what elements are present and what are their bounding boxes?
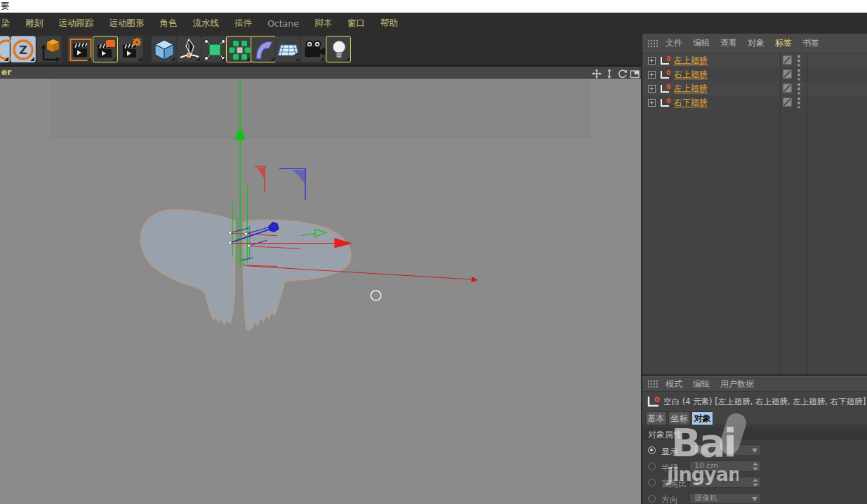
aspect-ratio-value: 1 <box>694 477 699 486</box>
spinner-icon[interactable] <box>753 463 758 471</box>
om-menu-view[interactable]: 查看 <box>720 37 737 49</box>
layer-icon[interactable] <box>783 55 792 65</box>
menu-mograph[interactable]: 运动图形 <box>110 18 145 29</box>
radius-radio[interactable] <box>648 463 656 470</box>
expand-icon[interactable] <box>648 71 656 79</box>
menu-pipeline[interactable]: 流水线 <box>193 18 220 29</box>
om-menu-tags[interactable]: 标签 <box>775 37 792 49</box>
am-menu-edit[interactable]: 编辑 <box>693 378 710 390</box>
object-label[interactable]: 右下翅膀 <box>674 97 708 109</box>
am-object-title: 空白 (4 元素) [左上翅膀, 右上翅膀, 左上翅膀, 右下翅膀] <box>663 397 866 407</box>
menu-character[interactable]: 角色 <box>160 18 178 29</box>
partial-tool-icon[interactable] <box>0 36 10 62</box>
visibility-dots-icon[interactable] <box>796 68 802 81</box>
orientation-radio[interactable] <box>648 495 656 503</box>
expand-icon[interactable] <box>648 57 656 65</box>
null-object-icon: 0 <box>658 55 672 66</box>
menu-plugins[interactable]: 插件 <box>234 18 252 29</box>
layer-icon[interactable] <box>783 69 792 79</box>
layer-icon[interactable] <box>783 84 792 93</box>
coordinates-icon[interactable] <box>37 36 62 62</box>
browser-title-strip: 要 <box>0 0 867 13</box>
object-label[interactable]: 左上翅膀 <box>674 55 708 67</box>
cage-cube-icon[interactable] <box>201 36 227 62</box>
column-divider <box>807 53 807 374</box>
display-label: 显示 <box>661 446 678 458</box>
pen-spline-icon[interactable] <box>176 36 201 62</box>
am-title-row: 0 空白 (4 元素) [左上翅膀, 右上翅膀, 左上翅膀, 右下翅膀] <box>642 392 867 410</box>
rotate-view-icon[interactable] <box>617 68 628 78</box>
visibility-dots-icon[interactable] <box>796 96 802 109</box>
tab-coordinates[interactable]: 坐标 <box>668 411 690 425</box>
menu-script[interactable]: 脚本 <box>315 18 332 29</box>
radius-label: 半径 <box>661 462 678 474</box>
aspect-ratio-radio[interactable] <box>648 479 656 486</box>
clapper-stage-icon[interactable] <box>93 36 118 62</box>
spinner-icon[interactable] <box>753 479 758 487</box>
aspect-ratio-input[interactable]: 1 <box>689 477 761 488</box>
svg-text:0: 0 <box>666 55 670 62</box>
visibility-dots-icon[interactable] <box>796 54 802 67</box>
blue-plane-handle <box>279 168 307 200</box>
null-object-icon: 0 <box>658 83 672 94</box>
maximize-view-icon[interactable] <box>630 68 640 78</box>
om-menu-file[interactable]: 文件 <box>666 37 682 49</box>
attribute-manager-menu: 模式 编辑 用户数据 <box>642 376 867 392</box>
object-label[interactable]: 右上翅膀 <box>674 69 708 81</box>
om-menu-edit[interactable]: 编辑 <box>693 37 710 49</box>
menu-motion-tracker[interactable]: 运动跟踪 <box>59 18 94 29</box>
bend-deformer-icon[interactable] <box>251 36 276 62</box>
grip-icon[interactable] <box>647 39 658 48</box>
aspect-ratio-label: 宽高比 <box>661 478 687 490</box>
visibility-dots-icon[interactable] <box>796 82 802 95</box>
radius-input[interactable]: 10 cm <box>689 460 761 472</box>
om-menu-bookmarks[interactable]: 书签 <box>802 37 819 49</box>
floor-icon[interactable] <box>275 36 300 62</box>
svg-text:0: 0 <box>666 98 670 105</box>
zoom-view-icon[interactable] <box>604 68 615 78</box>
clapper-frame-icon[interactable] <box>67 36 93 62</box>
light-icon[interactable] <box>326 36 351 62</box>
expand-icon[interactable] <box>648 85 656 93</box>
chevron-down-icon <box>752 497 757 501</box>
column-divider <box>780 53 781 374</box>
viewport-3d[interactable] <box>0 79 641 504</box>
am-menu-userdata[interactable]: 用户数据 <box>720 378 754 390</box>
tab-object[interactable]: 对象 <box>691 411 713 425</box>
menu-help[interactable]: 帮助 <box>380 18 398 29</box>
null-object-icon: 0 <box>646 394 661 408</box>
object-label[interactable]: 左上翅膀 <box>674 83 708 95</box>
clapper-gear-icon[interactable] <box>118 36 143 62</box>
viewport-canvas[interactable] <box>0 79 641 504</box>
svg-text:0: 0 <box>666 84 670 91</box>
mograph-cloner-icon[interactable] <box>226 36 251 62</box>
section-header: 对象属性 <box>648 429 682 441</box>
display-dropdown[interactable]: 圆点 <box>689 444 761 456</box>
menu-sculpt[interactable]: 雕刻 <box>26 18 44 29</box>
radius-value: 10 cm <box>694 461 718 470</box>
cube-primitive-icon[interactable] <box>151 36 176 62</box>
menu-window[interactable]: 窗口 <box>348 18 365 29</box>
camera-icon[interactable] <box>300 36 326 62</box>
display-radio[interactable] <box>648 446 656 454</box>
object-row[interactable]: 0 右下翅膀 <box>642 95 867 110</box>
layer-icon[interactable] <box>783 98 792 107</box>
display-value: 圆点 <box>694 445 710 454</box>
object-row[interactable]: 0 左上翅膀 <box>642 53 867 67</box>
om-menu-object[interactable]: 对象 <box>748 37 765 49</box>
svg-text:0: 0 <box>666 69 670 77</box>
object-row[interactable]: 0 左上翅膀 <box>642 81 867 95</box>
expand-icon[interactable] <box>648 99 656 107</box>
orientation-dropdown[interactable]: 摄像机 <box>689 493 761 504</box>
tab-basic[interactable]: 基本 <box>645 411 667 425</box>
red-plane-handle <box>254 166 266 192</box>
grip-icon[interactable] <box>647 380 658 388</box>
cursor-circle <box>371 291 380 300</box>
am-menu-mode[interactable]: 模式 <box>666 378 682 390</box>
pan-view-icon[interactable] <box>592 68 602 78</box>
menu-render[interactable]: 染 <box>1 18 11 29</box>
object-row[interactable]: 0 右上翅膀 <box>642 67 867 81</box>
menu-octane[interactable]: Octane <box>267 18 299 29</box>
z-tool-icon[interactable]: Z <box>11 36 36 62</box>
main-menu-bar: 染 雕刻 运动跟踪 运动图形 角色 流水线 插件 Octane 脚本 窗口 帮助 <box>0 13 867 34</box>
